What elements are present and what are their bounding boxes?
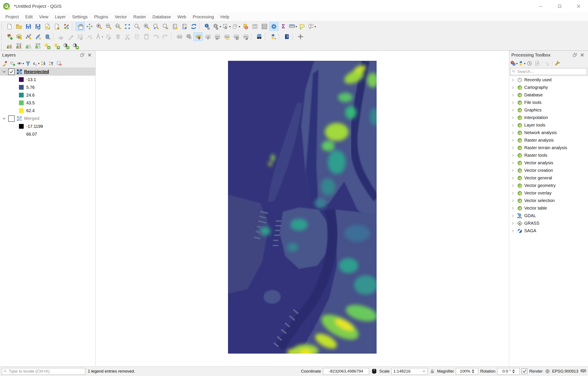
help-contents-button[interactable]: ? — [282, 32, 291, 41]
rotation-input[interactable]: 0.0 ° — [497, 368, 520, 375]
menu-help[interactable]: Help — [217, 12, 232, 21]
zoom-full-button[interactable] — [123, 22, 132, 31]
menu-web[interactable]: Web — [174, 12, 189, 21]
float-panel-icon[interactable] — [79, 51, 86, 59]
highlight-pinned-labels-button[interactable]: ab — [203, 32, 212, 41]
scale-select[interactable]: 1:148216 — [391, 368, 428, 375]
chevron-right-icon[interactable] — [511, 161, 515, 165]
chevron-right-icon[interactable] — [511, 229, 515, 233]
legend-entry[interactable]: 43.5 — [0, 99, 95, 107]
spinner[interactable] — [472, 369, 474, 373]
measure-line-button[interactable]: ▾ — [288, 22, 297, 31]
chevron-right-icon[interactable] — [511, 191, 515, 195]
processing-group-network-analysis[interactable]: Network analysis — [509, 129, 588, 136]
remove-layer-button[interactable] — [55, 60, 63, 67]
chevron-right-icon[interactable] — [511, 169, 515, 173]
menu-view[interactable]: View — [36, 12, 52, 21]
full-cumulative-stretch-button[interactable] — [33, 42, 42, 50]
chevron-right-icon[interactable] — [511, 116, 515, 120]
processing-group-vector-selection[interactable]: Vector selection — [509, 197, 588, 204]
map-canvas[interactable] — [95, 51, 509, 366]
close-panel-icon[interactable] — [578, 51, 586, 59]
increase-brightness-button[interactable] — [43, 42, 52, 50]
text-annotation-button[interactable]: T▾ — [307, 22, 316, 31]
filter-legend-button[interactable] — [25, 60, 32, 67]
local-histogram-stretch-button[interactable] — [5, 42, 14, 50]
open-layer-styling-button[interactable] — [1, 60, 8, 67]
layer-diagram-button[interactable] — [184, 32, 193, 41]
data-source-manager-button[interactable] — [5, 32, 14, 41]
processing-group-graphics[interactable]: Graphics — [509, 106, 588, 114]
layer-labeling-button[interactable]: abc — [175, 32, 184, 41]
legend-entry[interactable]: 5.76 — [0, 83, 95, 91]
pan-map-button[interactable] — [75, 22, 85, 31]
pan-to-selection-button[interactable] — [85, 22, 94, 31]
processing-group-vector-creation[interactable]: Vector creation — [509, 167, 588, 174]
python-console-button[interactable]: > — [269, 32, 278, 41]
show-layout-manager-button[interactable] — [52, 22, 61, 31]
coordinate-input[interactable]: -8232063,4986794 — [323, 368, 369, 375]
refresh-button[interactable] — [189, 22, 198, 31]
processing-group-saga[interactable]: SAGA — [509, 227, 588, 234]
save-project-button[interactable] — [24, 22, 33, 31]
select-features-by-value-button[interactable]: ▾ — [231, 22, 241, 31]
chevron-right-icon[interactable] — [511, 138, 515, 142]
new-project-button[interactable] — [5, 22, 14, 31]
menu-project[interactable]: Project — [2, 12, 22, 21]
processing-group-vector-overlay[interactable]: Vector overlay — [509, 189, 588, 197]
open-attribute-table-button[interactable] — [250, 22, 259, 31]
new-spatial-bookmark-button[interactable] — [170, 22, 179, 31]
new-geopackage-layer-button[interactable] — [14, 32, 23, 41]
menu-database[interactable]: Database — [149, 12, 174, 21]
maximize-button[interactable] — [550, 0, 569, 12]
decrease-contrast-button[interactable] — [71, 42, 80, 50]
menu-processing[interactable]: Processing — [189, 12, 217, 21]
zoom-next-button[interactable] — [161, 22, 170, 31]
close-panel-icon[interactable] — [86, 51, 93, 59]
layer-visibility-checkbox[interactable] — [8, 68, 15, 75]
new-print-layout-button[interactable] — [43, 22, 52, 31]
layer-visibility-checkbox[interactable] — [8, 115, 15, 122]
zoom-to-layer-button[interactable] — [142, 22, 151, 31]
legend-entry[interactable]: -13.1 — [0, 76, 95, 83]
chevron-right-icon[interactable] — [511, 154, 515, 157]
new-spatialite-layer-button[interactable] — [33, 32, 42, 41]
processing-group-cartography[interactable]: Cartography — [509, 84, 588, 91]
chevron-right-icon[interactable] — [511, 146, 515, 150]
processing-group-raster-analysis[interactable]: Raster analysis — [509, 136, 588, 144]
manage-map-themes-button[interactable]: ▾ — [17, 60, 24, 67]
processing-options-button[interactable] — [554, 60, 561, 67]
field-calculator-button[interactable] — [260, 22, 269, 31]
messages-icon[interactable] — [580, 368, 586, 374]
expand-all-button[interactable] — [40, 60, 47, 67]
processing-group-vector-geometry[interactable]: Vector geometry — [509, 182, 588, 189]
menu-raster[interactable]: Raster — [130, 12, 149, 21]
zoom-last-button[interactable] — [151, 22, 160, 31]
run-feature-action-button[interactable]: ▾ — [212, 22, 221, 31]
menu-edit[interactable]: Edit — [22, 12, 36, 21]
chevron-right-icon[interactable] — [511, 93, 515, 97]
render-checkbox[interactable] — [522, 368, 527, 374]
menu-plugins[interactable]: Plugins — [91, 12, 112, 21]
legend-entry[interactable]: 66.07 — [0, 130, 95, 138]
chevron-right-icon[interactable] — [511, 101, 515, 105]
select-features-button[interactable]: ▾ — [222, 22, 231, 31]
float-panel-icon[interactable] — [571, 51, 578, 59]
legend-entry[interactable]: -17.1199 — [0, 122, 95, 130]
new-virtual-layer-button[interactable] — [43, 32, 52, 41]
zoom-to-selection-button[interactable] — [132, 22, 141, 31]
crs-globe-icon[interactable] — [545, 368, 550, 374]
show-spatial-bookmarks-button[interactable] — [180, 22, 189, 31]
chevron-right-icon[interactable] — [511, 206, 515, 210]
zoom-in-button[interactable] — [94, 22, 104, 31]
deselect-features-button[interactable] — [241, 22, 250, 31]
identify-features-button[interactable]: i — [203, 22, 212, 31]
chevron-right-icon[interactable] — [511, 131, 515, 135]
chevron-down-icon[interactable] — [2, 116, 6, 121]
toolbar-grip[interactable] — [1, 23, 3, 30]
full-histogram-stretch-button[interactable] — [24, 42, 33, 50]
style-manager-button[interactable]: a — [62, 22, 71, 31]
crs-label[interactable]: EPSG:900913 — [552, 369, 578, 374]
chevron-down-icon[interactable] — [2, 70, 6, 74]
layer-row-reprojected[interactable]: Reprojected — [0, 68, 95, 76]
